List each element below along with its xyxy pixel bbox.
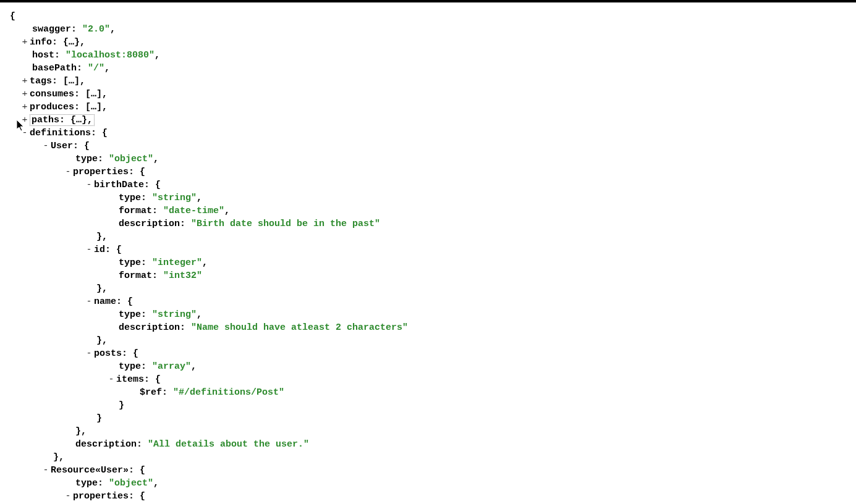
prop-user[interactable]: -User: { — [5, 140, 851, 153]
close-user: }, — [5, 451, 851, 464]
expand-icon[interactable]: + — [20, 75, 30, 88]
expand-icon[interactable]: + — [20, 114, 30, 127]
close-birthdate: }, — [5, 230, 851, 243]
prop-posts-items-ref: $ref: "#/definitions/Post" — [5, 386, 851, 399]
collapse-icon[interactable]: - — [63, 166, 73, 178]
collapse-icon[interactable]: - — [41, 464, 51, 477]
close-items: } — [5, 399, 851, 412]
window-top-bar — [0, 0, 856, 2]
prop-info[interactable]: +info: {…}, — [5, 36, 851, 49]
collapse-icon[interactable]: - — [84, 295, 94, 308]
prop-resource-user-type: type: "object", — [5, 477, 851, 490]
prop-birthdate-format: format: "date-time", — [5, 204, 851, 217]
prop-resource-user-properties[interactable]: -properties: { — [5, 490, 851, 503]
prop-birthdate-type: type: "string", — [5, 191, 851, 204]
collapse-icon[interactable]: - — [106, 373, 116, 386]
open-brace-root: { — [5, 10, 851, 23]
expand-icon[interactable]: + — [20, 101, 30, 114]
prop-id-format: format: "int32" — [5, 269, 851, 282]
prop-posts[interactable]: -posts: { — [5, 347, 851, 360]
prop-produces[interactable]: +produces: […], — [5, 101, 851, 114]
close-name: }, — [5, 334, 851, 347]
prop-name[interactable]: -name: { — [5, 295, 851, 308]
close-properties: }, — [5, 425, 851, 438]
collapse-icon[interactable]: - — [84, 243, 94, 256]
expand-icon[interactable]: + — [20, 36, 30, 49]
close-posts: } — [5, 412, 851, 425]
prop-name-description: description: "Name should have atleast 2… — [5, 321, 851, 334]
prop-swagger: swagger: "2.0", — [5, 23, 851, 36]
prop-posts-items[interactable]: -items: { — [5, 373, 851, 386]
json-tree-viewer: { swagger: "2.0", +info: {…}, host: "loc… — [5, 10, 851, 504]
prop-posts-type: type: "array", — [5, 360, 851, 373]
prop-birthdate[interactable]: -birthDate: { — [5, 178, 851, 191]
close-id: }, — [5, 282, 851, 295]
prop-basepath: basePath: "/", — [5, 62, 851, 75]
prop-resource-user[interactable]: -Resource«User»: { — [5, 464, 851, 477]
prop-paths[interactable]: +paths: {…}, — [5, 114, 851, 127]
prop-consumes[interactable]: +consumes: […], — [5, 88, 851, 101]
collapse-icon[interactable]: - — [41, 140, 51, 153]
prop-birthdate-description: description: "Birth date should be in th… — [5, 217, 851, 230]
prop-id[interactable]: -id: { — [5, 243, 851, 256]
collapse-icon[interactable]: - — [20, 127, 30, 140]
prop-definitions[interactable]: -definitions: { — [5, 127, 851, 140]
prop-host: host: "localhost:8080", — [5, 49, 851, 62]
prop-tags[interactable]: +tags: […], — [5, 75, 851, 88]
prop-id-type: type: "integer", — [5, 256, 851, 269]
prop-user-type: type: "object", — [5, 153, 851, 166]
expand-icon[interactable]: + — [20, 88, 30, 101]
collapse-icon[interactable]: - — [84, 347, 94, 360]
prop-user-properties[interactable]: -properties: { — [5, 166, 851, 178]
prop-name-type: type: "string", — [5, 308, 851, 321]
collapse-icon[interactable]: - — [84, 178, 94, 191]
collapse-icon[interactable]: - — [63, 490, 73, 503]
prop-user-description: description: "All details about the user… — [5, 438, 851, 451]
